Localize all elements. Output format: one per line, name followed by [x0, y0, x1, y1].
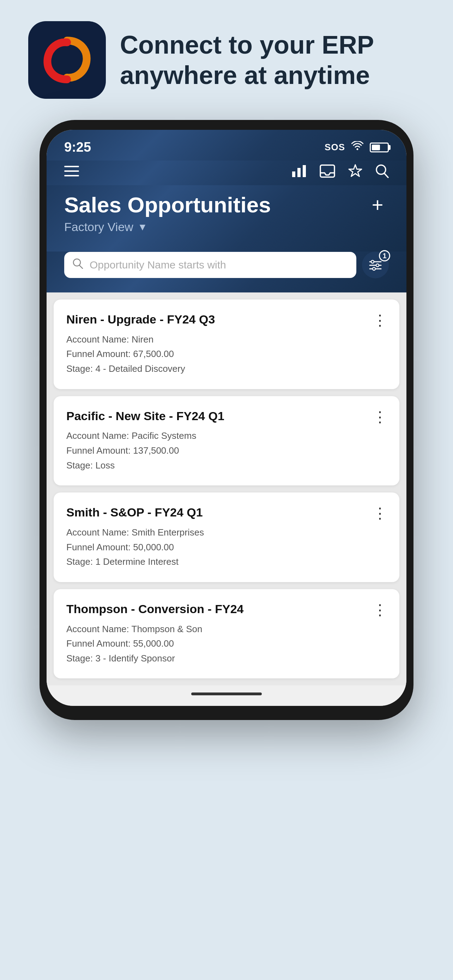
app-tagline: Connect to your ERP anywhere at anytime: [120, 30, 425, 91]
search-area: Opportunity Name starts with 1: [46, 251, 407, 293]
svg-point-12: [371, 260, 374, 263]
filter-badge: 1: [379, 250, 390, 261]
card-detail-3: Account Name: Smith Enterprises Funnel A…: [66, 525, 366, 570]
search-row: Opportunity Name starts with 1: [64, 251, 389, 278]
phone-frame: 9:25 SOS: [40, 120, 413, 720]
page-title-row: Sales Opportunities +: [64, 192, 389, 217]
search-nav-icon[interactable]: [375, 164, 389, 178]
view-selector-label: Factory View: [64, 220, 134, 234]
opportunity-card-3[interactable]: Smith - S&OP - FY24 Q1 Account Name: Smi…: [54, 492, 399, 582]
opportunity-card-4[interactable]: Thompson - Conversion - FY24 Account Nam…: [54, 589, 399, 679]
nav-bar: [46, 161, 407, 185]
hamburger-menu[interactable]: [64, 166, 79, 177]
search-input-icon: [73, 258, 83, 272]
opportunity-card-2[interactable]: Pacific - New Site - FY24 Q1 Account Nam…: [54, 396, 399, 486]
page-title-area: Sales Opportunities + Factory View ▼: [46, 185, 407, 251]
svg-point-14: [373, 267, 375, 270]
svg-point-13: [376, 264, 379, 267]
card-title-2: Pacific - New Site - FY24 Q1: [66, 409, 366, 423]
add-button[interactable]: +: [366, 194, 389, 216]
app-icon: [28, 21, 106, 99]
home-indicator: [46, 686, 407, 706]
svg-rect-1: [292, 172, 295, 177]
svg-line-6: [384, 173, 388, 177]
home-bar: [191, 692, 262, 695]
nav-right-icons: [291, 164, 389, 178]
card-menu-4[interactable]: ⋮: [366, 602, 387, 615]
app-header: Connect to your ERP anywhere at anytime: [28, 21, 425, 99]
status-time: 9:25: [64, 140, 91, 155]
card-title-1: Niren - Upgrade - FY24 Q3: [66, 312, 366, 327]
card-content-2: Pacific - New Site - FY24 Q1 Account Nam…: [66, 409, 366, 473]
chart-icon[interactable]: [291, 164, 307, 178]
card-menu-3[interactable]: ⋮: [366, 505, 387, 518]
card-title-4: Thompson - Conversion - FY24: [66, 602, 366, 616]
search-placeholder: Opportunity Name starts with: [90, 259, 226, 271]
opportunity-card-1[interactable]: Niren - Upgrade - FY24 Q3 Account Name: …: [54, 299, 399, 389]
card-detail-1: Account Name: Niren Funnel Amount: 67,50…: [66, 332, 366, 376]
svg-point-7: [73, 259, 80, 266]
view-selector[interactable]: Factory View ▼: [64, 220, 389, 234]
card-title-3: Smith - S&OP - FY24 Q1: [66, 505, 366, 520]
star-icon[interactable]: [348, 164, 363, 178]
card-content-3: Smith - S&OP - FY24 Q1 Account Name: Smi…: [66, 505, 366, 570]
battery-icon: [370, 143, 389, 153]
card-content-4: Thompson - Conversion - FY24 Account Nam…: [66, 602, 366, 666]
svg-rect-2: [297, 168, 300, 177]
sos-label: SOS: [324, 142, 345, 153]
svg-point-0: [357, 148, 358, 150]
card-menu-1[interactable]: ⋮: [366, 312, 387, 325]
svg-line-8: [80, 266, 83, 269]
svg-rect-3: [303, 165, 306, 177]
inbox-icon[interactable]: [319, 164, 335, 178]
card-detail-2: Account Name: Pacific Systems Funnel Amo…: [66, 429, 366, 473]
page-title: Sales Opportunities: [64, 192, 271, 217]
wifi-icon: [351, 141, 363, 153]
card-detail-4: Account Name: Thompson & Son Funnel Amou…: [66, 622, 366, 666]
card-content-1: Niren - Upgrade - FY24 Q3 Account Name: …: [66, 312, 366, 376]
status-icons: SOS: [324, 141, 389, 153]
search-input-container[interactable]: Opportunity Name starts with: [64, 252, 356, 278]
view-selector-arrow: ▼: [138, 221, 148, 233]
status-bar: 9:25 SOS: [46, 130, 407, 161]
filter-button[interactable]: 1: [362, 251, 389, 278]
list-area: Niren - Upgrade - FY24 Q3 Account Name: …: [46, 293, 407, 686]
card-menu-2[interactable]: ⋮: [366, 409, 387, 422]
phone-screen: 9:25 SOS: [46, 130, 407, 706]
